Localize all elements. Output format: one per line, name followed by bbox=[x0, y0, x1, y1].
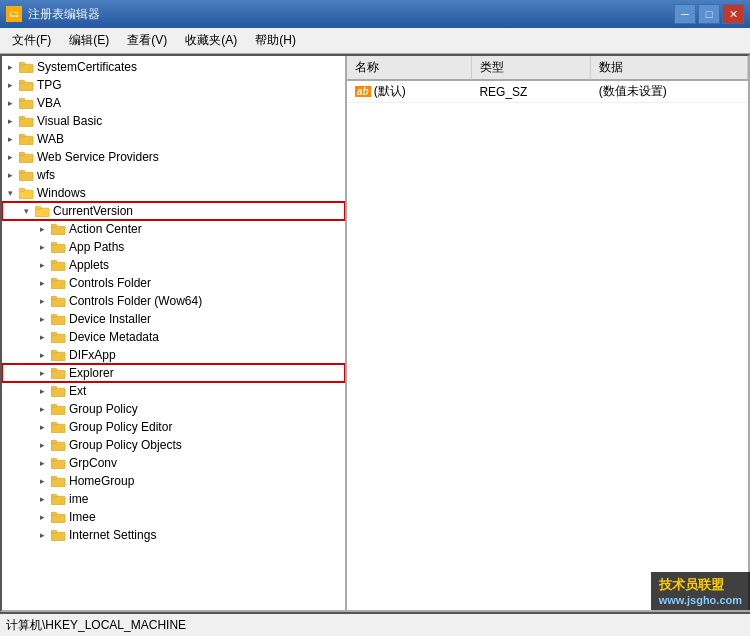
tree-item-controlsfolder[interactable]: ▸ Controls Folder bbox=[2, 274, 345, 292]
svg-rect-18 bbox=[51, 226, 65, 234]
svg-rect-31 bbox=[51, 332, 57, 335]
tree-item-visualbasic[interactable]: ▸ Visual Basic bbox=[2, 112, 345, 130]
tree-item-wfs[interactable]: ▸ wfs bbox=[2, 166, 345, 184]
folder-icon bbox=[50, 311, 66, 327]
tree-item-deviceinstaller[interactable]: ▸ Device Installer bbox=[2, 310, 345, 328]
expander-icon[interactable]: ▸ bbox=[2, 131, 18, 147]
tree-item-internetsettings[interactable]: ▸ Internet Settings bbox=[2, 526, 345, 544]
tree-item-grouppolicyeditor[interactable]: ▸ Group Policy Editor bbox=[2, 418, 345, 436]
menu-favorites[interactable]: 收藏夹(A) bbox=[177, 30, 245, 51]
col-name[interactable]: 名称 bbox=[347, 56, 471, 80]
tree-item-applets[interactable]: ▸ Applets bbox=[2, 256, 345, 274]
tree-item-label: Group Policy bbox=[69, 402, 138, 416]
registry-tree[interactable]: ▸ SystemCertificates▸ TPG▸ VBA▸ Visual B… bbox=[2, 56, 347, 610]
expander-icon[interactable]: ▾ bbox=[2, 185, 18, 201]
expander-icon[interactable]: ▸ bbox=[2, 59, 18, 75]
expander-icon[interactable]: ▸ bbox=[34, 311, 50, 327]
expander-icon[interactable]: ▸ bbox=[2, 149, 18, 165]
expander-icon[interactable]: ▸ bbox=[34, 275, 50, 291]
main-container: ▸ SystemCertificates▸ TPG▸ VBA▸ Visual B… bbox=[0, 54, 750, 612]
folder-icon bbox=[18, 167, 34, 183]
tree-item-ime[interactable]: ▸ ime bbox=[2, 490, 345, 508]
expander-icon[interactable]: ▾ bbox=[18, 203, 34, 219]
tree-item-grpconv[interactable]: ▸ GrpConv bbox=[2, 454, 345, 472]
tree-item-label: CurrentVersion bbox=[53, 204, 133, 218]
tree-item-wab[interactable]: ▸ WAB bbox=[2, 130, 345, 148]
menu-file[interactable]: 文件(F) bbox=[4, 30, 59, 51]
expander-icon[interactable]: ▸ bbox=[34, 455, 50, 471]
tree-item-label: Group Policy Objects bbox=[69, 438, 182, 452]
expander-icon[interactable]: ▸ bbox=[34, 257, 50, 273]
status-text: 计算机\HKEY_LOCAL_MACHINE bbox=[6, 617, 186, 634]
svg-rect-49 bbox=[51, 494, 57, 497]
svg-rect-22 bbox=[51, 262, 65, 270]
expander-icon[interactable]: ▸ bbox=[34, 293, 50, 309]
tree-item-systemcerts[interactable]: ▸ SystemCertificates bbox=[2, 58, 345, 76]
col-type[interactable]: 类型 bbox=[471, 56, 590, 80]
svg-rect-32 bbox=[51, 352, 65, 360]
table-row[interactable]: ab(默认)REG_SZ(数值未设置) bbox=[347, 80, 748, 103]
expander-icon[interactable]: ▸ bbox=[34, 491, 50, 507]
folder-icon bbox=[50, 221, 66, 237]
menu-view[interactable]: 查看(V) bbox=[119, 30, 175, 51]
tree-item-apppaths[interactable]: ▸ App Paths bbox=[2, 238, 345, 256]
menu-help[interactable]: 帮助(H) bbox=[247, 30, 304, 51]
svg-rect-24 bbox=[51, 280, 65, 288]
folder-icon bbox=[50, 455, 66, 471]
tree-item-grouppolicyobjects[interactable]: ▸ Group Policy Objects bbox=[2, 436, 345, 454]
svg-rect-10 bbox=[19, 154, 33, 162]
tree-item-imee[interactable]: ▸ Imee bbox=[2, 508, 345, 526]
tree-item-windows[interactable]: ▾ Windows bbox=[2, 184, 345, 202]
svg-rect-26 bbox=[51, 298, 65, 306]
expander-icon[interactable]: ▸ bbox=[2, 113, 18, 129]
tree-item-label: Action Center bbox=[69, 222, 142, 236]
tree-item-controlsfolderwow64[interactable]: ▸ Controls Folder (Wow64) bbox=[2, 292, 345, 310]
expander-icon[interactable]: ▸ bbox=[34, 419, 50, 435]
folder-icon bbox=[50, 473, 66, 489]
expander-icon[interactable]: ▸ bbox=[34, 329, 50, 345]
expander-icon[interactable]: ▸ bbox=[34, 347, 50, 363]
expander-icon[interactable]: ▸ bbox=[2, 77, 18, 93]
tree-item-label: Web Service Providers bbox=[37, 150, 159, 164]
tree-item-tpg[interactable]: ▸ TPG bbox=[2, 76, 345, 94]
tree-item-webservice[interactable]: ▸ Web Service Providers bbox=[2, 148, 345, 166]
svg-rect-51 bbox=[51, 512, 57, 515]
maximize-button[interactable]: □ bbox=[698, 4, 720, 24]
expander-icon[interactable]: ▸ bbox=[34, 509, 50, 525]
folder-icon bbox=[50, 419, 66, 435]
tree-item-label: Windows bbox=[37, 186, 86, 200]
tree-item-label: wfs bbox=[37, 168, 55, 182]
tree-item-label: DIFxApp bbox=[69, 348, 116, 362]
expander-icon[interactable]: ▸ bbox=[2, 95, 18, 111]
svg-rect-30 bbox=[51, 334, 65, 342]
svg-rect-36 bbox=[51, 388, 65, 396]
close-button[interactable]: ✕ bbox=[722, 4, 744, 24]
folder-icon bbox=[50, 275, 66, 291]
tree-item-ext[interactable]: ▸ Ext bbox=[2, 382, 345, 400]
tree-item-currentversion[interactable]: ▾ CurrentVersion bbox=[2, 202, 345, 220]
col-data[interactable]: 数据 bbox=[591, 56, 748, 80]
tree-item-actioncenter[interactable]: ▸ Action Center bbox=[2, 220, 345, 238]
expander-icon[interactable]: ▸ bbox=[34, 527, 50, 543]
expander-icon[interactable]: ▸ bbox=[34, 383, 50, 399]
tree-item-vba[interactable]: ▸ VBA bbox=[2, 94, 345, 112]
expander-icon[interactable]: ▸ bbox=[34, 221, 50, 237]
expander-icon[interactable]: ▸ bbox=[34, 365, 50, 381]
svg-rect-37 bbox=[51, 386, 57, 389]
tree-item-difxapp[interactable]: ▸ DIFxApp bbox=[2, 346, 345, 364]
tree-item-homegroup[interactable]: ▸ HomeGroup bbox=[2, 472, 345, 490]
tree-item-devicemetadata[interactable]: ▸ Device Metadata bbox=[2, 328, 345, 346]
tree-item-explorer[interactable]: ▸ Explorer bbox=[2, 364, 345, 382]
menu-edit[interactable]: 编辑(E) bbox=[61, 30, 117, 51]
expander-icon[interactable]: ▸ bbox=[34, 437, 50, 453]
watermark-line1: 技术员联盟 bbox=[659, 576, 742, 594]
tree-item-grouppolicy[interactable]: ▸ Group Policy bbox=[2, 400, 345, 418]
folder-icon bbox=[18, 113, 34, 129]
svg-rect-16 bbox=[35, 208, 49, 216]
expander-icon[interactable]: ▸ bbox=[2, 167, 18, 183]
expander-icon[interactable]: ▸ bbox=[34, 401, 50, 417]
expander-icon[interactable]: ▸ bbox=[34, 239, 50, 255]
expander-icon[interactable]: ▸ bbox=[34, 473, 50, 489]
minimize-button[interactable]: ─ bbox=[674, 4, 696, 24]
folder-icon bbox=[50, 437, 66, 453]
